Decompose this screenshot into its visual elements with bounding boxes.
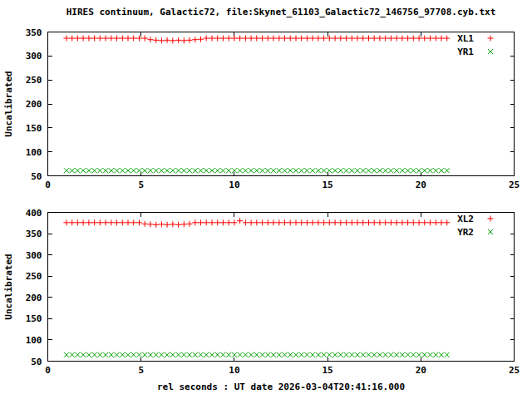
x-tick-label: 10 xyxy=(229,180,239,190)
panel-bottom: 051015202550100150200250300350400Uncalib… xyxy=(3,208,520,377)
chart-canvas: HIRES continuum, Galactic72, file:Skynet… xyxy=(0,0,532,399)
chart-title: HIRES continuum, Galactic72, file:Skynet… xyxy=(66,7,496,17)
legend-marker-YR1 xyxy=(488,49,493,54)
x-tick-label: 10 xyxy=(229,365,239,376)
y-tick-label: 250 xyxy=(26,75,42,86)
series-markers-XL2 xyxy=(63,218,450,228)
series-markers-XL1 xyxy=(63,36,450,44)
plot-border xyxy=(48,32,515,176)
legend-label-YR1: YR1 xyxy=(457,47,474,57)
y-axis-label: Uncalibrated xyxy=(3,254,14,319)
series-markers-YR1 xyxy=(64,168,450,173)
y-axis-label: Uncalibrated xyxy=(3,71,14,136)
x-tick-label: 25 xyxy=(509,365,520,376)
y-tick-label: 250 xyxy=(26,271,42,282)
x-tick-label: 0 xyxy=(45,365,51,376)
x-tick-label: 5 xyxy=(138,180,144,190)
x-tick-label: 20 xyxy=(416,180,426,190)
legend-label-XL2: XL2 xyxy=(457,214,474,224)
y-tick-label: 400 xyxy=(26,208,42,219)
x-tick-label: 20 xyxy=(416,365,426,376)
x-tick-label: 15 xyxy=(322,180,332,190)
y-tick-label: 50 xyxy=(31,171,42,182)
legend-marker-XL1 xyxy=(488,36,494,42)
y-tick-label: 350 xyxy=(26,229,42,239)
x-tick-label: 15 xyxy=(322,365,332,376)
y-tick-label: 200 xyxy=(26,99,42,110)
legend-label-YR2: YR2 xyxy=(457,227,474,238)
y-tick-label: 300 xyxy=(26,250,42,261)
y-tick-label: 100 xyxy=(26,335,42,346)
y-tick-label: 150 xyxy=(26,123,42,134)
plot-border xyxy=(48,213,515,362)
plot-panels: 051015202550100150200250300350Uncalibrat… xyxy=(3,27,520,377)
x-tick-label: 0 xyxy=(45,180,51,190)
x-tick-label: 5 xyxy=(138,365,144,376)
gnuplot-window: HIRES continuum, Galactic72, file:Skynet… xyxy=(0,0,532,399)
y-tick-label: 350 xyxy=(26,27,42,38)
x-tick-label: 25 xyxy=(509,180,520,190)
y-tick-label: 300 xyxy=(26,51,42,62)
panel-top: 051015202550100150200250300350Uncalibrat… xyxy=(3,27,520,191)
y-tick-label: 100 xyxy=(26,147,42,158)
legend-label-XL1: XL1 xyxy=(457,33,474,44)
x-axis-label: rel seconds : UT date 2026-03-04T20:41:1… xyxy=(157,382,405,392)
y-tick-label: 50 xyxy=(31,357,42,367)
y-tick-label: 200 xyxy=(26,293,42,303)
series-markers-YR2 xyxy=(64,352,450,357)
y-tick-label: 150 xyxy=(26,313,42,324)
legend-marker-YR2 xyxy=(488,229,493,234)
legend-marker-XL2 xyxy=(488,216,494,222)
